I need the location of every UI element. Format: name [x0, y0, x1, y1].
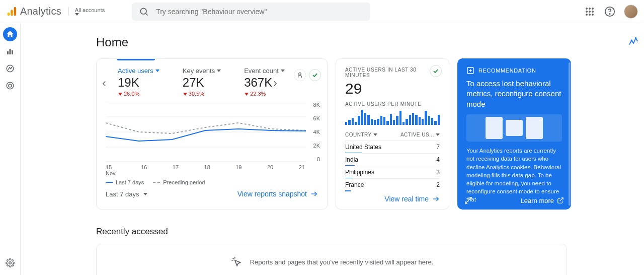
help-icon[interactable]	[604, 6, 616, 18]
realtime-value: 29	[345, 80, 440, 97]
nav-reports[interactable]	[3, 44, 17, 58]
nav-admin[interactable]	[3, 256, 17, 270]
nav-explore[interactable]	[3, 61, 17, 76]
nav-home[interactable]	[3, 27, 17, 41]
account-picker[interactable]: All accounts	[68, 7, 105, 16]
recommendation-tag: RECOMMENDATION	[466, 66, 562, 75]
svg-rect-2	[14, 7, 17, 15]
search-input[interactable]	[156, 8, 363, 16]
external-link-icon	[557, 197, 564, 204]
data-quality-icon[interactable]	[430, 65, 442, 77]
view-realtime-link[interactable]: View real time	[384, 195, 440, 203]
svg-point-24	[635, 38, 636, 39]
metric-value: 27K	[183, 76, 221, 90]
left-nav-rail	[0, 23, 21, 275]
svg-rect-16	[7, 51, 9, 54]
y-axis-ticks: 8K 6K 4K 2K 0	[307, 102, 320, 162]
arrow-right-icon	[432, 195, 440, 203]
metric-key-events[interactable]: Key events 27K 30.5%	[183, 67, 221, 97]
th-country[interactable]: COUNTRY	[345, 132, 377, 138]
active-metric-indicator	[117, 59, 155, 60]
data-quality-icon[interactable]	[309, 69, 321, 81]
gear-icon	[6, 258, 15, 267]
page-title: Home	[96, 35, 128, 49]
realtime-card: ACTIVE USERS IN LAST 30 MINUTES 29 ACTIV…	[336, 58, 449, 210]
chart-legend: Last 7 days Preceding period	[106, 179, 318, 185]
svg-point-3	[140, 8, 146, 14]
recommendation-illustration	[466, 114, 562, 142]
recommendation-icon	[466, 66, 474, 75]
svg-point-10	[592, 11, 594, 13]
verification-badges	[294, 69, 321, 81]
metric-label: Key events	[183, 67, 221, 75]
svg-point-21	[9, 84, 12, 87]
line-chart: 8K 6K 4K 2K 0	[106, 102, 318, 162]
svg-point-7	[592, 8, 594, 10]
recently-accessed-title: Recently accessed	[96, 227, 644, 237]
chevron-down-icon	[75, 13, 79, 16]
metrics-next[interactable]	[271, 79, 280, 88]
apps-icon[interactable]	[584, 6, 596, 18]
svg-line-37	[465, 201, 468, 203]
metric-value: 19K	[118, 76, 159, 90]
metrics-prev[interactable]	[100, 79, 109, 88]
per-minute-sparkbars	[345, 110, 440, 125]
nav-advertising[interactable]	[3, 79, 17, 93]
x-axis-ticks: 15Nov 16 17 18 19 20 21	[106, 164, 318, 176]
product-name: Analytics	[20, 6, 61, 17]
product-logo[interactable]: Analytics	[6, 6, 61, 17]
view-reports-snapshot-link[interactable]: View reports snapshot	[237, 190, 318, 198]
cursor-click-icon	[230, 255, 243, 268]
metric-change: 30.5%	[183, 91, 221, 97]
avatar[interactable]	[624, 5, 638, 19]
metric-label: Event count	[244, 67, 285, 75]
app-header: Analytics All accounts	[0, 0, 644, 23]
table-row: United States7	[345, 141, 440, 153]
recommendation-body: Your Analytics reports are currently not…	[466, 147, 562, 203]
down-arrow-icon	[183, 91, 188, 96]
metrics-card: Active users 19K 26.0% Key events 27K 30…	[96, 58, 328, 210]
recently-accessed-empty-text: Reports and pages that you've recently v…	[250, 258, 434, 266]
svg-point-13	[592, 14, 594, 16]
realtime-label: ACTIVE USERS IN LAST 30 MINUTES	[345, 67, 440, 78]
svg-point-23	[631, 40, 632, 41]
search-icon	[139, 7, 149, 17]
chevron-down-icon	[217, 70, 221, 72]
svg-point-11	[586, 14, 588, 16]
svg-rect-1	[11, 10, 13, 16]
chevron-down-icon	[436, 133, 440, 136]
scrollbar[interactable]	[569, 62, 571, 205]
analytics-logo-icon	[6, 6, 17, 17]
search-bar[interactable]	[132, 3, 370, 21]
svg-point-12	[589, 14, 591, 16]
country-table-header: COUNTRY ACTIVE US...	[345, 132, 440, 138]
chevron-down-icon	[143, 193, 147, 195]
learn-more-link[interactable]: Learn more	[521, 197, 564, 204]
main-area: Home Active users 19K 26.0%	[21, 23, 644, 275]
expand-icon[interactable]	[464, 196, 472, 204]
svg-point-20	[7, 82, 14, 89]
table-row: France2	[345, 178, 440, 191]
svg-point-6	[589, 8, 591, 10]
svg-point-22	[9, 262, 12, 264]
date-range-picker[interactable]: Last 7 days	[106, 190, 147, 198]
metric-label: Active users	[118, 67, 159, 75]
down-arrow-icon	[118, 91, 123, 96]
anomaly-detection-icon[interactable]	[294, 69, 306, 81]
svg-rect-17	[10, 49, 11, 55]
table-row: India4	[345, 153, 440, 166]
arrow-right-icon	[310, 190, 318, 198]
metric-active-users[interactable]: Active users 19K 26.0%	[118, 67, 159, 97]
down-arrow-icon	[244, 91, 249, 96]
header-actions	[584, 5, 638, 19]
svg-rect-18	[12, 50, 13, 54]
recommendation-card: RECOMMENDATION To access lost behavioral…	[457, 58, 571, 210]
svg-point-8	[586, 11, 588, 13]
th-active-users[interactable]: ACTIVE US...	[400, 132, 440, 138]
chevron-down-icon	[373, 133, 377, 136]
svg-point-5	[586, 8, 588, 10]
recommendation-title: To access lost behavioral metrics, recon…	[466, 79, 562, 109]
insights-icon[interactable]	[628, 37, 639, 48]
account-picker-label: All accounts	[75, 7, 105, 13]
svg-line-38	[560, 198, 563, 201]
